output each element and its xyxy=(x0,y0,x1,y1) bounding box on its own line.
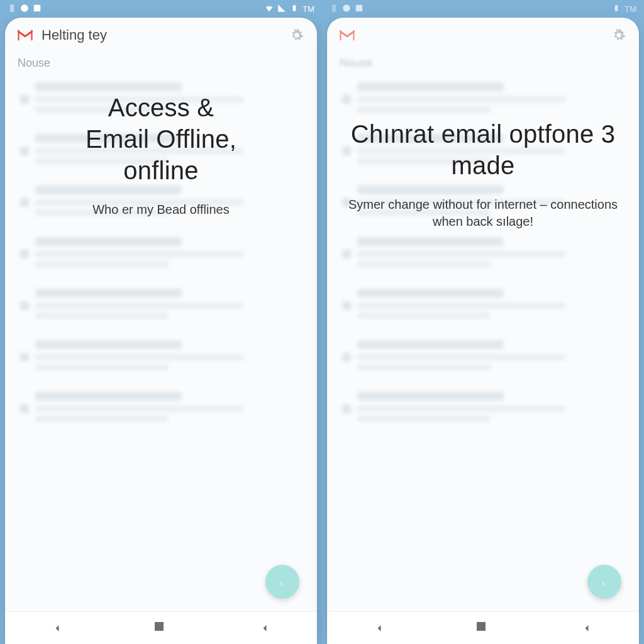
status-icon xyxy=(330,4,338,14)
svg-point-3 xyxy=(343,4,350,12)
statusbar: TM xyxy=(0,0,322,18)
battery-icon xyxy=(290,4,299,14)
settings-button[interactable] xyxy=(610,26,628,44)
list-item xyxy=(20,331,302,383)
list-item xyxy=(20,177,302,228)
tm-text: TM xyxy=(625,4,636,14)
android-navbar xyxy=(327,611,639,644)
list-item xyxy=(342,177,624,228)
plus-icon xyxy=(277,576,288,587)
svg-rect-4 xyxy=(356,4,363,11)
list-item xyxy=(342,383,624,435)
svg-point-0 xyxy=(21,4,28,12)
square-icon xyxy=(155,622,164,631)
list-item xyxy=(342,125,624,177)
wifi-icon xyxy=(265,4,274,14)
gear-icon xyxy=(290,28,304,42)
gmail-icon xyxy=(16,28,34,42)
blurred-email-list xyxy=(5,74,317,644)
device-frame: Helting tey Nouse Access & Email Offline… xyxy=(5,18,317,644)
list-item xyxy=(342,331,624,383)
status-icon xyxy=(342,4,351,14)
list-item xyxy=(342,280,624,331)
tm-text: TM xyxy=(303,4,314,14)
battery-icon xyxy=(612,4,621,14)
section-label: Nouse xyxy=(5,50,317,74)
gear-icon xyxy=(612,28,626,42)
square-icon xyxy=(477,622,486,631)
plus-icon xyxy=(599,576,610,587)
settings-button[interactable] xyxy=(288,26,306,44)
app-title: Helting tey xyxy=(42,27,280,43)
app-bar xyxy=(327,18,639,50)
list-item xyxy=(342,74,624,125)
device-frame: Nouse Chınrat email optfone 3 made Symer… xyxy=(327,18,639,644)
statusbar: TM xyxy=(322,0,644,18)
list-item xyxy=(20,125,302,177)
app-bar: Helting tey xyxy=(5,18,317,50)
phone-panel-right: TM Nouse Chınrat email optfone 3 made Sy… xyxy=(322,0,644,644)
list-item xyxy=(20,74,302,125)
signal-icon xyxy=(277,4,286,14)
list-item xyxy=(342,228,624,280)
section-label: Nouse xyxy=(327,50,639,74)
nav-recents[interactable] xyxy=(258,622,271,635)
list-item xyxy=(20,383,302,435)
nav-back[interactable] xyxy=(373,622,386,635)
list-item xyxy=(20,280,302,331)
compose-fab[interactable] xyxy=(587,565,621,599)
android-navbar xyxy=(5,611,317,644)
status-icon xyxy=(8,4,16,14)
nav-back[interactable] xyxy=(51,622,64,635)
status-icon xyxy=(20,4,29,14)
blurred-email-list xyxy=(327,74,639,644)
gmail-icon xyxy=(338,28,356,42)
svg-rect-1 xyxy=(34,4,41,11)
svg-rect-2 xyxy=(293,5,296,11)
compose-fab[interactable] xyxy=(265,565,299,599)
phone-panel-left: TM Helting tey Nouse Access & Email Offl… xyxy=(0,0,322,644)
nav-recents[interactable] xyxy=(580,622,593,635)
status-icon xyxy=(33,4,42,14)
nav-home[interactable] xyxy=(155,622,167,635)
list-item xyxy=(20,228,302,280)
status-icon xyxy=(355,4,364,14)
svg-rect-5 xyxy=(615,5,618,11)
nav-home[interactable] xyxy=(477,622,489,635)
